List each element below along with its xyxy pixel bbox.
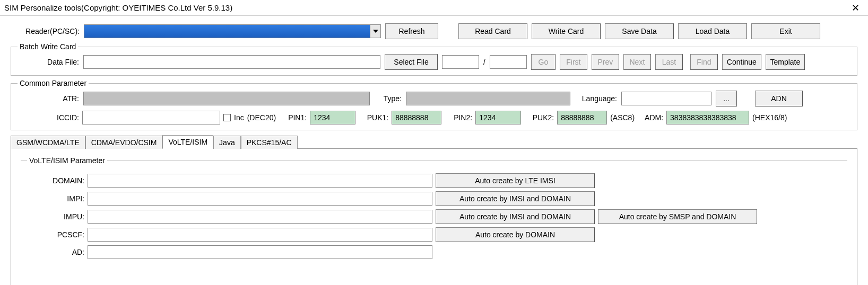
impi-input[interactable]	[88, 192, 432, 206]
workspace: Reader(PC/SC): Refresh Read Card Write C…	[0, 16, 868, 285]
exit-button[interactable]: Exit	[751, 23, 820, 39]
adm-input[interactable]	[666, 111, 749, 124]
dec20-label: (DEC20)	[247, 113, 276, 122]
reader-combo-value	[84, 25, 370, 38]
auto-impu-imsi-button[interactable]: Auto create by IMSI and DOMAIN	[436, 209, 595, 224]
language-browse-button[interactable]: ...	[716, 91, 737, 106]
data-file-input[interactable]	[83, 55, 380, 69]
asc8-label: (ASC8)	[610, 113, 635, 122]
impu-label: IMPU:	[26, 212, 84, 221]
range-sep: /	[483, 58, 485, 66]
domain-label: DOMAIN:	[26, 176, 84, 185]
hex168-label: (HEX16/8)	[752, 113, 787, 122]
tab-pkcs15[interactable]: PKCS#15/AC	[241, 136, 298, 149]
pin2-label: PIN2:	[445, 113, 472, 122]
write-card-button[interactable]: Write Card	[532, 23, 601, 39]
next-button[interactable]: Next	[623, 54, 651, 70]
iccid-label: ICCID:	[16, 113, 79, 122]
adm-label: ADM:	[638, 113, 663, 122]
adn-button[interactable]: ADN	[755, 91, 803, 106]
window-title: SIM Personalize tools(Copyright: OYEITIM…	[4, 3, 232, 12]
puk2-input[interactable]	[557, 111, 607, 124]
load-data-button[interactable]: Load Data	[678, 23, 747, 39]
select-file-button[interactable]: Select File	[385, 54, 438, 70]
tab-gsm[interactable]: GSM/WCDMA/LTE	[11, 136, 85, 149]
ad-label: AD:	[26, 248, 84, 256]
impu-input[interactable]	[88, 210, 432, 224]
batch-write-legend: Batch Write Card	[18, 42, 78, 51]
auto-pcscf-button[interactable]: Auto create by DOMAIN	[436, 227, 595, 242]
tab-strip: GSM/WCDMA/LTE CDMA/EVDO/CSIM VoLTE/ISIM …	[11, 135, 857, 149]
domain-input[interactable]	[88, 174, 432, 188]
common-param-group: Common Parameter ATR: Type: Language: ..…	[11, 79, 857, 130]
auto-impu-smsp-button[interactable]: Auto create by SMSP and DOMAIN	[598, 209, 757, 224]
auto-impi-button[interactable]: Auto create by IMSI and DOMAIN	[436, 191, 595, 206]
title-bar: SIM Personalize tools(Copyright: OYEITIM…	[0, 0, 868, 16]
volte-group: VoLTE/ISIM Parameter DOMAIN: Auto create…	[21, 156, 847, 268]
type-input	[406, 92, 570, 105]
save-data-button[interactable]: Save Data	[605, 23, 674, 39]
close-icon[interactable]: ✕	[847, 2, 864, 14]
puk2-label: PUK2:	[524, 113, 554, 122]
tab-cdma[interactable]: CDMA/EVDO/CSIM	[85, 136, 163, 149]
impi-label: IMPI:	[26, 194, 84, 203]
reader-label: Reader(PC/SC):	[11, 27, 80, 35]
iccid-input[interactable]	[82, 111, 220, 124]
go-button[interactable]: Go	[531, 54, 555, 70]
auto-domain-button[interactable]: Auto create by LTE IMSI	[436, 173, 595, 188]
pin1-input[interactable]	[310, 111, 355, 124]
puk1-label: PUK1:	[359, 113, 388, 122]
puk1-input[interactable]	[392, 111, 441, 124]
find-button[interactable]: Find	[690, 54, 718, 70]
common-param-legend: Common Parameter	[18, 79, 89, 87]
language-input[interactable]	[621, 92, 711, 105]
reader-combo[interactable]	[84, 24, 381, 38]
ad-input[interactable]	[88, 245, 432, 259]
atr-input	[83, 92, 370, 105]
volte-legend: VoLTE/ISIM Parameter	[27, 156, 107, 165]
template-button[interactable]: Template	[766, 54, 805, 70]
tab-volte[interactable]: VoLTE/ISIM	[162, 135, 213, 149]
atr-label: ATR:	[16, 94, 79, 103]
batch-write-group: Batch Write Card Data File: Select File …	[11, 42, 857, 76]
range-to-input[interactable]	[490, 55, 527, 69]
read-card-button[interactable]: Read Card	[458, 23, 527, 39]
inc-checkbox[interactable]	[223, 114, 231, 121]
chevron-down-icon[interactable]	[370, 25, 380, 38]
range-from-input[interactable]	[442, 55, 479, 69]
pcscf-input[interactable]	[88, 228, 432, 242]
pcscf-label: PCSCF:	[26, 230, 84, 239]
refresh-button[interactable]: Refresh	[385, 23, 438, 39]
inc-label: Inc	[234, 113, 244, 122]
data-file-label: Data File:	[16, 58, 79, 66]
language-label: Language:	[575, 94, 617, 103]
pin1-label: PIN1:	[279, 113, 307, 122]
type-label: Type:	[374, 94, 402, 103]
continue-button[interactable]: Continue	[722, 54, 761, 70]
tab-java[interactable]: Java	[213, 136, 241, 149]
last-button[interactable]: Last	[655, 54, 683, 70]
pin2-input[interactable]	[475, 111, 521, 124]
prev-button[interactable]: Prev	[592, 54, 619, 70]
first-button[interactable]: First	[560, 54, 587, 70]
tab-body: VoLTE/ISIM Parameter DOMAIN: Auto create…	[11, 149, 857, 285]
